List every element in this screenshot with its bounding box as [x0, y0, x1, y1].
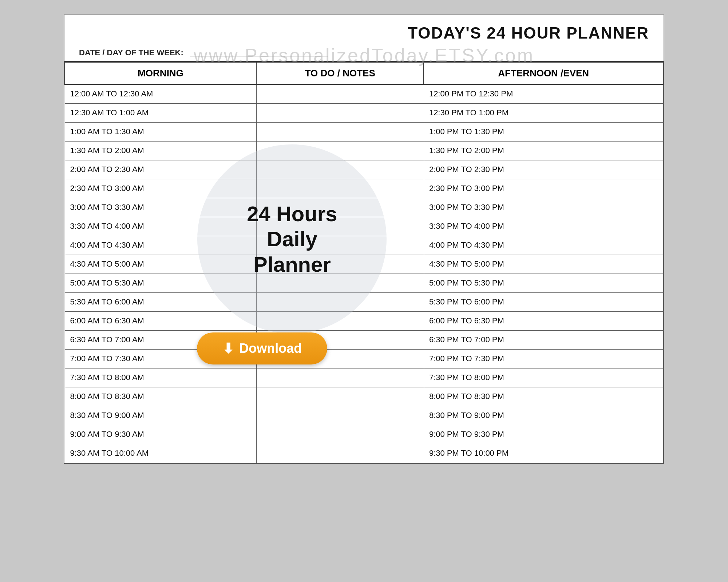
table-row: 12:30 AM TO 1:00 AM12:30 PM TO 1:00 PM	[65, 103, 663, 122]
notes-cell[interactable]	[256, 160, 424, 179]
table-header-row: MORNING TO DO / NOTES AFTERNOON /EVEN	[65, 62, 663, 84]
afternoon-slot: 2:00 PM TO 2:30 PM	[424, 160, 663, 179]
notes-cell[interactable]	[256, 236, 424, 255]
afternoon-slot: 7:30 PM TO 8:00 PM	[424, 368, 663, 387]
table-row: 3:30 AM TO 4:00 AM3:30 PM TO 4:00 PM	[65, 217, 663, 236]
notes-cell[interactable]	[256, 141, 424, 160]
table-row: 7:30 AM TO 8:00 AM7:30 PM TO 8:00 PM	[65, 368, 663, 387]
afternoon-slot: 3:00 PM TO 3:30 PM	[424, 198, 663, 217]
notes-cell[interactable]	[256, 84, 424, 103]
date-row: DATE / DAY OF THE WEEK: ________________…	[64, 46, 664, 62]
table-row: 6:30 AM TO 7:00 AM6:30 PM TO 7:00 PM	[65, 330, 663, 349]
afternoon-slot: 9:00 PM TO 9:30 PM	[424, 425, 663, 444]
table-row: 5:00 AM TO 5:30 AM5:00 PM TO 5:30 PM	[65, 274, 663, 292]
header-notes: TO DO / NOTES	[256, 62, 424, 84]
morning-slot: 7:30 AM TO 8:00 AM	[65, 368, 256, 387]
table-row: 9:30 AM TO 10:00 AM9:30 PM TO 10:00 PM	[65, 444, 663, 463]
morning-slot: 1:00 AM TO 1:30 AM	[65, 122, 256, 141]
notes-cell[interactable]	[256, 406, 424, 425]
table-row: 9:00 AM TO 9:30 AM9:00 PM TO 9:30 PM	[65, 425, 663, 444]
notes-cell[interactable]	[256, 292, 424, 311]
morning-slot: 8:30 AM TO 9:00 AM	[65, 406, 256, 425]
morning-slot: 12:30 AM TO 1:00 AM	[65, 103, 256, 122]
afternoon-slot: 7:00 PM TO 7:30 PM	[424, 349, 663, 368]
table-row: 12:00 AM TO 12:30 AM12:00 PM TO 12:30 PM	[65, 84, 663, 103]
afternoon-slot: 4:00 PM TO 4:30 PM	[424, 236, 663, 255]
afternoon-slot: 8:30 PM TO 9:00 PM	[424, 406, 663, 425]
morning-slot: 6:00 AM TO 6:30 AM	[65, 311, 256, 330]
notes-cell[interactable]	[256, 387, 424, 406]
afternoon-slot: 6:30 PM TO 7:00 PM	[424, 330, 663, 349]
afternoon-slot: 2:30 PM TO 3:00 PM	[424, 179, 663, 198]
planner-table: MORNING TO DO / NOTES AFTERNOON /EVEN 12…	[64, 62, 664, 463]
notes-cell[interactable]	[256, 198, 424, 217]
table-row: 8:30 AM TO 9:00 AM8:30 PM TO 9:00 PM	[65, 406, 663, 425]
afternoon-slot: 6:00 PM TO 6:30 PM	[424, 311, 663, 330]
morning-slot: 4:00 AM TO 4:30 AM	[65, 236, 256, 255]
table-row: 5:30 AM TO 6:00 AM5:30 PM TO 6:00 PM	[65, 292, 663, 311]
header-afternoon: AFTERNOON /EVEN	[424, 62, 663, 84]
notes-cell[interactable]	[256, 274, 424, 292]
table-row: 2:30 AM TO 3:00 AM2:30 PM TO 3:00 PM	[65, 179, 663, 198]
morning-slot: 5:00 AM TO 5:30 AM	[65, 274, 256, 292]
afternoon-slot: 1:30 PM TO 2:00 PM	[424, 141, 663, 160]
table-row: 6:00 AM TO 6:30 AM6:00 PM TO 6:30 PM	[65, 311, 663, 330]
header-morning: MORNING	[65, 62, 256, 84]
notes-cell[interactable]	[256, 217, 424, 236]
notes-cell[interactable]	[256, 179, 424, 198]
afternoon-slot: 4:30 PM TO 5:00 PM	[424, 255, 663, 274]
date-value: _______________________________	[186, 48, 328, 57]
planner-body: 12:00 AM TO 12:30 AM12:00 PM TO 12:30 PM…	[65, 84, 663, 463]
table-row: 4:00 AM TO 4:30 AM4:00 PM TO 4:30 PM	[65, 236, 663, 255]
afternoon-slot: 3:30 PM TO 4:00 PM	[424, 217, 663, 236]
page-container: www.PersonalizedToday.ETSY.com TODAY'S 2…	[64, 15, 664, 464]
notes-cell[interactable]	[256, 103, 424, 122]
afternoon-slot: 9:30 PM TO 10:00 PM	[424, 444, 663, 463]
download-button[interactable]: ⬇ Download	[197, 332, 327, 364]
table-row: 4:30 AM TO 5:00 AM4:30 PM TO 5:00 PM	[65, 255, 663, 274]
notes-cell[interactable]	[256, 311, 424, 330]
afternoon-slot: 12:30 PM TO 1:00 PM	[424, 103, 663, 122]
morning-slot: 12:00 AM TO 12:30 AM	[65, 84, 256, 103]
notes-cell[interactable]	[256, 444, 424, 463]
afternoon-slot: 5:30 PM TO 6:00 PM	[424, 292, 663, 311]
afternoon-slot: 1:00 PM TO 1:30 PM	[424, 122, 663, 141]
notes-cell[interactable]	[256, 425, 424, 444]
morning-slot: 2:30 AM TO 3:00 AM	[65, 179, 256, 198]
morning-slot: 3:00 AM TO 3:30 AM	[65, 198, 256, 217]
date-label: DATE / DAY OF THE WEEK:	[79, 48, 183, 57]
download-arrow-icon: ⬇	[222, 340, 234, 356]
afternoon-slot: 5:00 PM TO 5:30 PM	[424, 274, 663, 292]
table-row: 3:00 AM TO 3:30 AM3:00 PM TO 3:30 PM	[65, 198, 663, 217]
table-row: 2:00 AM TO 2:30 AM2:00 PM TO 2:30 PM	[65, 160, 663, 179]
morning-slot: 9:00 AM TO 9:30 AM	[65, 425, 256, 444]
morning-slot: 4:30 AM TO 5:00 AM	[65, 255, 256, 274]
table-row: 7:00 AM TO 7:30 AM7:00 PM TO 7:30 PM	[65, 349, 663, 368]
afternoon-slot: 12:00 PM TO 12:30 PM	[424, 84, 663, 103]
morning-slot: 1:30 AM TO 2:00 AM	[65, 141, 256, 160]
notes-cell[interactable]	[256, 368, 424, 387]
morning-slot: 9:30 AM TO 10:00 AM	[65, 444, 256, 463]
page-header: TODAY'S 24 HOUR PLANNER	[64, 15, 664, 46]
notes-cell[interactable]	[256, 255, 424, 274]
table-row: 1:30 AM TO 2:00 AM1:30 PM TO 2:00 PM	[65, 141, 663, 160]
page-title: TODAY'S 24 HOUR PLANNER	[79, 24, 649, 42]
morning-slot: 5:30 AM TO 6:00 AM	[65, 292, 256, 311]
morning-slot: 3:30 AM TO 4:00 AM	[65, 217, 256, 236]
table-row: 8:00 AM TO 8:30 AM8:00 PM TO 8:30 PM	[65, 387, 663, 406]
download-label: Download	[239, 341, 302, 356]
table-row: 1:00 AM TO 1:30 AM1:00 PM TO 1:30 PM	[65, 122, 663, 141]
afternoon-slot: 8:00 PM TO 8:30 PM	[424, 387, 663, 406]
morning-slot: 2:00 AM TO 2:30 AM	[65, 160, 256, 179]
notes-cell[interactable]	[256, 122, 424, 141]
morning-slot: 8:00 AM TO 8:30 AM	[65, 387, 256, 406]
